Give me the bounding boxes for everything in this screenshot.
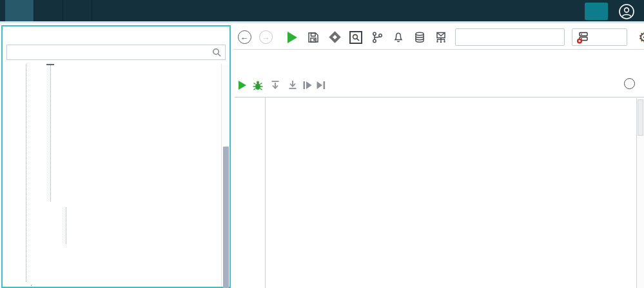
editor-scrollbar[interactable]: [636, 98, 644, 288]
script-toolbar: [239, 74, 644, 96]
search-icon: [211, 46, 222, 58]
tree-guide-line: [66, 207, 66, 244]
virt-service-icon[interactable]: [434, 30, 448, 45]
main-panel: ← →: [233, 25, 644, 288]
navigator-panel: [1, 25, 231, 288]
step-over-icon[interactable]: [302, 79, 313, 91]
main-tabs: [0, 0, 92, 21]
forward-icon[interactable]: →: [259, 30, 273, 45]
run-script-icon[interactable]: [239, 81, 246, 90]
clipped-tree-node: [46, 64, 54, 65]
project-tree: [3, 64, 229, 287]
run-icon[interactable]: [285, 30, 299, 45]
navigator-header: [3, 26, 229, 43]
tab-dashboard[interactable]: [34, 0, 63, 21]
tab-integrations[interactable]: [63, 0, 92, 21]
groovy-script-editor[interactable]: [235, 97, 644, 288]
tree-guide-line: [31, 285, 32, 287]
scrollbar-thumb[interactable]: [638, 99, 643, 136]
top-navigation-bar: [0, 0, 644, 23]
app-window: ← →: [0, 0, 644, 288]
run-to-end-icon[interactable]: [315, 79, 327, 91]
navigator-search: [6, 45, 226, 60]
debug-bug-icon[interactable]: [252, 79, 264, 91]
default-objects-hint: [442, 76, 604, 94]
navigator-scrollbar[interactable]: [221, 64, 229, 287]
endpoint-explorer-button[interactable]: [585, 3, 608, 20]
proxy-button[interactable]: [572, 28, 627, 46]
assertion-diamond-icon[interactable]: [327, 30, 342, 45]
proxy-icon: [576, 31, 589, 44]
tree-guide-line: [26, 64, 26, 282]
main-toolbar: ← →: [233, 25, 644, 50]
info-icon[interactable]: [624, 78, 635, 89]
bell-icon[interactable]: [391, 30, 405, 45]
step-from-bar-icon[interactable]: [269, 79, 281, 91]
search-input[interactable]: [7, 48, 211, 57]
tab-projects[interactable]: [5, 0, 34, 21]
scrollbar-thumb[interactable]: [223, 147, 229, 288]
back-icon[interactable]: ←: [237, 30, 251, 45]
tree-guide-line: [50, 64, 51, 201]
inspect-icon[interactable]: [349, 30, 363, 45]
environment-select[interactable]: [455, 28, 565, 46]
branch-icon[interactable]: [370, 30, 384, 45]
line-number-gutter: [235, 98, 266, 288]
save-icon[interactable]: [306, 30, 320, 45]
database-icon[interactable]: [413, 30, 427, 45]
account-icon[interactable]: [618, 3, 635, 20]
step-to-bar-icon[interactable]: [287, 79, 298, 91]
settings-gear-icon[interactable]: ⚙: [638, 30, 644, 45]
